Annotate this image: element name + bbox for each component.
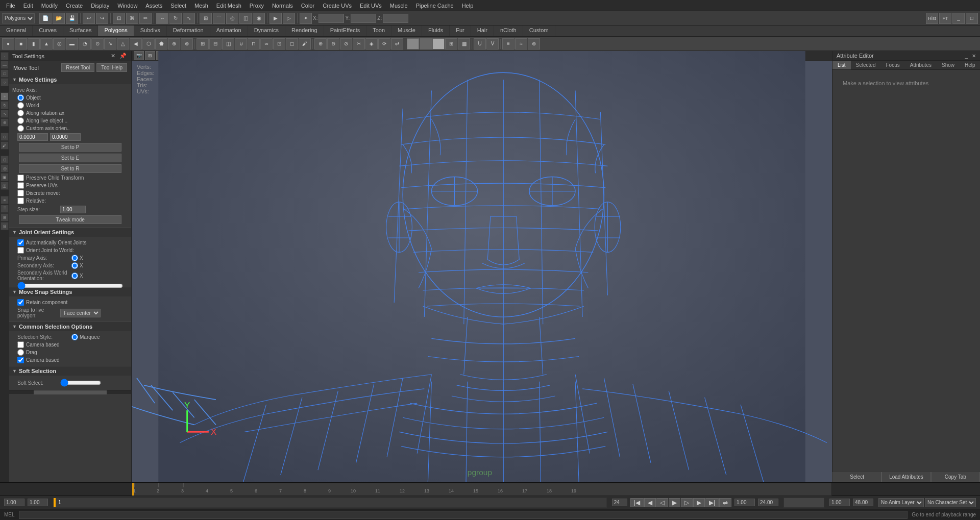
menu-proxy[interactable]: Proxy (246, 2, 268, 10)
undo-btn[interactable]: ↩ (83, 13, 95, 24)
menu-modify[interactable]: Modify (37, 2, 62, 10)
icon-bool[interactable]: ⊓ (248, 38, 260, 49)
frame-num-field[interactable] (57, 499, 72, 506)
attr-tab-selected[interactable]: Selected (851, 61, 881, 69)
current-frame-field[interactable]: 1.00 (28, 499, 48, 506)
icon-checker5[interactable]: ▩ (458, 38, 470, 49)
attr-tab-focus[interactable]: Focus (880, 61, 904, 69)
icon-cut[interactable]: ◈ (365, 38, 378, 49)
preserve-uvs-checkbox[interactable] (17, 182, 24, 189)
go-start-btn[interactable]: |◀ (630, 498, 644, 507)
set-to-r-btn[interactable]: Set to R (19, 164, 121, 173)
menu-pipeline-cache[interactable]: Pipeline Cache (412, 2, 458, 10)
open-scene-btn[interactable]: 📂 (53, 13, 65, 24)
menu-edit-uvs[interactable]: Edit UVs (356, 2, 386, 10)
camera-based1-checkbox[interactable] (17, 341, 24, 348)
z-field[interactable] (383, 14, 408, 23)
maximize-btn[interactable]: □ (966, 13, 978, 24)
icon-extras1[interactable]: ⊕ (168, 38, 180, 49)
icon-checker[interactable] (407, 38, 419, 49)
reset-tool-btn[interactable]: Reset Tool (61, 63, 94, 72)
icon-pipe[interactable]: ⊙ (91, 38, 104, 49)
attr-tab-show[interactable]: Show (937, 61, 960, 69)
menu-file[interactable]: File (2, 2, 19, 10)
tab-toon[interactable]: Toon (366, 26, 391, 36)
icon-checker3[interactable] (432, 38, 445, 49)
sel-mode-face[interactable]: □ (1, 69, 9, 78)
icon-smooth[interactable]: ∞ (260, 38, 273, 49)
joint-orient-header[interactable]: ▼ Joint Orient Settings (9, 227, 131, 237)
tool-help-btn[interactable]: Tool Help (96, 63, 127, 72)
move-settings-header[interactable]: ▼ Move Settings (9, 75, 131, 84)
icon-cone[interactable]: ▲ (40, 38, 53, 49)
snap-grid-btn[interactable]: ⊞ (200, 13, 212, 24)
menu-select[interactable]: Select (166, 2, 190, 10)
icon-split[interactable]: ✂ (353, 38, 365, 49)
load-attrs-btn[interactable]: Load Attributes (881, 472, 930, 482)
minimize-btn[interactable]: _ (952, 13, 965, 24)
select-btn[interactable]: Select (832, 472, 881, 482)
tab-ncloth[interactable]: nCloth (494, 26, 523, 36)
snap-surface-btn[interactable]: ◫ (239, 13, 252, 24)
menu-assets[interactable]: Assets (141, 2, 166, 10)
move-y-value[interactable] (50, 133, 81, 141)
snap3[interactable]: ▣ (1, 173, 9, 181)
tab-paint-effects[interactable]: PaintEffects (324, 26, 367, 36)
ts-pin-btn[interactable]: 📌 (118, 53, 128, 59)
icon-uv1[interactable]: U (474, 38, 486, 49)
layer3[interactable]: ⊞ (1, 213, 9, 221)
snap4[interactable]: ◫ (1, 182, 9, 190)
range-end-field[interactable]: 24.00 (758, 499, 778, 506)
icon-checker2[interactable] (420, 38, 432, 49)
end-frame-field[interactable]: 24 (612, 499, 627, 506)
layer1[interactable]: ≡ (1, 196, 9, 204)
ft-btn[interactable]: FT (939, 13, 951, 24)
attr-tab-list[interactable]: List (832, 61, 851, 69)
mode-selector[interactable]: Polygons (2, 13, 35, 23)
save-scene-btn[interactable]: 💾 (66, 13, 78, 24)
play-btn[interactable]: ▶ (669, 498, 680, 507)
y-field[interactable] (351, 14, 376, 23)
icon-sculpt[interactable]: 🖌 (299, 38, 311, 49)
soft-sel-header[interactable]: ▼ Soft Selection (9, 366, 131, 376)
menu-mesh[interactable]: Mesh (190, 2, 212, 10)
menu-create[interactable]: Create (62, 2, 87, 10)
icon-connect[interactable]: ⊘ (340, 38, 352, 49)
tab-surfaces[interactable]: Surfaces (63, 26, 98, 36)
move-tool-btn[interactable]: ↔ (156, 13, 168, 24)
menu-edit[interactable]: Edit (19, 2, 37, 10)
tab-fur[interactable]: Fur (450, 26, 471, 36)
tab-custom[interactable]: Custom (523, 26, 555, 36)
copy-tab-btn[interactable]: Copy Tab (931, 472, 980, 482)
tab-dynamics[interactable]: Dynamics (248, 26, 285, 36)
start-frame-field[interactable]: 1.00 (4, 499, 24, 506)
attr-tab-help[interactable]: Help (960, 61, 980, 69)
preserve-child-checkbox[interactable] (17, 175, 24, 181)
icon-combine[interactable]: ⊎ (235, 38, 247, 49)
icon-layers[interactable]: ≡ (502, 38, 514, 49)
icon-platonic[interactable]: ⬟ (155, 38, 167, 49)
transform-uni[interactable]: ⊕ (1, 118, 9, 127)
icon-insert-edge[interactable]: ⊕ (314, 38, 327, 49)
menu-window[interactable]: Window (113, 2, 141, 10)
menu-help[interactable]: Help (458, 2, 478, 10)
tab-muscle[interactable]: Muscle (391, 26, 422, 36)
tab-animation[interactable]: Animation (210, 26, 248, 36)
camera-based2-checkbox[interactable] (17, 357, 24, 363)
icon-subdivide[interactable]: ⊡ (273, 38, 285, 49)
attr-editor-close[interactable]: ✕ (972, 53, 976, 59)
layer2[interactable]: ≣ (1, 205, 9, 213)
new-scene-btn[interactable]: 📄 (39, 13, 52, 24)
icon-cube[interactable]: ■ (15, 38, 27, 49)
attr-editor-minimize[interactable]: _ (965, 53, 968, 59)
snap-point-btn[interactable]: ◎ (226, 13, 238, 24)
tab-polygons[interactable]: Polygons (98, 26, 134, 36)
menu-display[interactable]: Display (87, 2, 113, 10)
icon-flip[interactable]: ⇄ (391, 38, 403, 49)
icon-checker4[interactable]: ⊞ (445, 38, 457, 49)
icon-crease[interactable]: ≈ (515, 38, 527, 49)
character-set-select[interactable]: No Character Set (925, 498, 976, 507)
anim-layer-select[interactable]: No Anim Layer (878, 498, 924, 507)
range-end2-field[interactable]: 48.00 (853, 499, 873, 506)
sel-mode-obj[interactable]: ○ (1, 78, 9, 86)
